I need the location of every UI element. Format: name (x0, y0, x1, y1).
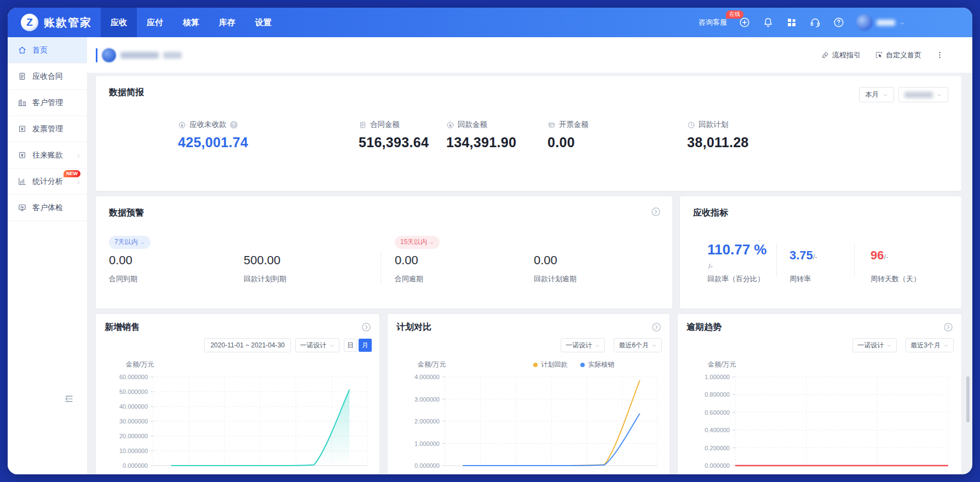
help-tooltip-icon[interactable]: ? (230, 121, 238, 129)
period-dropdown-value: 本月 (865, 90, 879, 100)
nav-tab-应付[interactable]: 应付 (137, 8, 173, 37)
stats-icon (18, 177, 27, 186)
expand-warning-button[interactable] (650, 206, 661, 217)
warning-value-回款计划到期: 500.00 (244, 253, 280, 268)
account-selector[interactable] (96, 48, 182, 62)
customer-service-link[interactable]: 咨询客服 在线 (699, 18, 727, 27)
granularity-月[interactable]: 月 (359, 339, 372, 352)
nav-tab-核算[interactable]: 核算 (173, 8, 209, 37)
legend-item-计划回款[interactable]: 计划回款 (533, 360, 567, 369)
collapse-sidebar-icon[interactable] (64, 394, 74, 404)
customize-home-label: 自定义首页 (886, 50, 921, 60)
sidebar-item-客户管理[interactable]: 客户管理 (8, 90, 87, 116)
account-dropdown-blurred[interactable] (898, 87, 948, 102)
warning-value-合同逾期: 0.00 (395, 253, 418, 268)
svg-text:40.000000: 40.000000 (119, 403, 148, 410)
date-range-picker[interactable]: 2020-11-01 ~ 2021-04-30 (204, 338, 291, 352)
chart-canvas: 4.0000003.0000002.0000001.0000000.000000 (388, 369, 670, 474)
vertical-scrollbar[interactable] (966, 376, 970, 422)
svg-text:0.600000: 0.600000 (705, 409, 730, 416)
app-title: 账款管家 (44, 15, 92, 30)
new-badge: NEW (64, 170, 80, 177)
warning-value-合同到期: 0.00 (109, 253, 132, 268)
company-dropdown[interactable]: 一诺设计 (295, 338, 339, 352)
account-dropdown-value-blurred (904, 92, 933, 98)
more-menu-icon[interactable] (936, 51, 944, 59)
stat-应收未收款: 应收未收款?425,001.74 (178, 120, 248, 150)
expand-chart-button[interactable] (943, 322, 954, 333)
range-dropdown[interactable]: 最近6个月 (614, 338, 662, 352)
range-dropdown-value: 最近6个月 (619, 341, 649, 350)
warning-filter-7天以内[interactable]: 7天以内 (109, 236, 151, 249)
expand-chart-button[interactable] (361, 322, 372, 333)
page-header-actions: 流程指引 自定义首页 (821, 50, 944, 60)
granularity-日[interactable]: 日 (344, 339, 357, 352)
app-logo-icon: Z (21, 14, 38, 31)
nav-tab-设置[interactable]: 设置 (245, 8, 281, 37)
sidebar-item-应收合同[interactable]: 应收合同 (8, 63, 87, 90)
user-menu[interactable] (856, 14, 906, 31)
chart-legend: 计划回款实际核销 (533, 360, 614, 369)
legend-label: 实际核销 (588, 360, 614, 369)
sidebar-item-发票管理[interactable]: 发票管理 (8, 116, 87, 142)
pen-icon (821, 51, 829, 59)
chart-card-新增销售: 新增销售2020-11-01 ~ 2021-04-30一诺设计日月金额/万元60… (96, 314, 379, 474)
warning-filter-15天以内[interactable]: 15天以内 (395, 236, 440, 249)
company-dropdown-value: 一诺设计 (300, 341, 326, 350)
stat-value: 134,391.90 (446, 135, 516, 150)
chevron-down-icon (140, 240, 145, 245)
warning-label: 合同逾期 (395, 274, 423, 284)
yuanCircle-icon (446, 121, 454, 129)
company-dropdown[interactable]: 一诺设计 (852, 338, 897, 352)
nav-tab-应收[interactable]: 应收 (101, 8, 137, 37)
svg-text:50.000000: 50.000000 (119, 388, 148, 395)
health-icon (18, 203, 27, 212)
sidebar-item-首页[interactable]: 首页 (8, 37, 87, 63)
bell-icon[interactable] (762, 16, 774, 28)
customize-home-button[interactable]: 自定义首页 (875, 50, 921, 60)
doc-icon (18, 72, 27, 81)
yuanCircle-icon (178, 121, 186, 129)
range-dropdown-value: 最近3个月 (910, 341, 941, 350)
range-dropdown[interactable]: 最近3个月 (906, 338, 954, 352)
row-2: 数据预警 7天以内0.00合同到期500.00回款计划到期15天以内0.00合同… (96, 196, 961, 309)
period-dropdown[interactable]: 本月 (859, 87, 894, 102)
main-content: 流程指引 自定义首页 数据简报 本月 (87, 37, 972, 474)
expand-chart-button[interactable] (651, 322, 662, 333)
headset-icon[interactable] (809, 16, 821, 28)
chart-controls: 一诺设计最近6个月 (561, 338, 662, 352)
svg-text:3.000000: 3.000000 (414, 396, 440, 403)
app-window: Z 账款管家 应收应付核算库存设置 咨询客服 在线 首页应收合同客户管理发票管理… (8, 8, 972, 474)
help-icon[interactable] (833, 16, 845, 28)
metric-suffix: /- (813, 253, 817, 261)
chevron-right-icon (76, 152, 82, 158)
cursor-box-icon (875, 51, 883, 59)
warning-value-回款计划逾期: 0.00 (534, 253, 557, 268)
main-nav-tabs: 应收应付核算库存设置 (101, 8, 281, 37)
chart-controls: 2020-11-01 ~ 2021-04-30一诺设计日月 (204, 338, 372, 352)
sidebar-item-统计分析[interactable]: 统计分析NEW (8, 169, 87, 195)
pill-label: 7天以内 (114, 237, 138, 247)
y-axis-unit-label: 金额/万元 (708, 360, 736, 369)
chart-card-逾期趋势: 逾期趋势一诺设计最近3个月金额/万元1.0000000.8000000.6000… (678, 314, 961, 474)
nav-tab-库存[interactable]: 库存 (209, 8, 245, 37)
process-guide-label: 流程指引 (832, 50, 861, 60)
contract-icon (359, 121, 367, 129)
process-guide-button[interactable]: 流程指引 (821, 50, 861, 60)
metric-suffix: /- (884, 253, 888, 261)
legend-item-实际核销[interactable]: 实际核销 (580, 360, 614, 369)
sidebar-item-往来账款[interactable]: 往来账款 (8, 142, 87, 169)
metric-label: 回款率（百分比） (707, 274, 764, 284)
granularity-toggle: 日月 (344, 339, 372, 352)
apps-grid-icon[interactable] (786, 16, 798, 28)
warning-label: 回款计划到期 (244, 274, 286, 284)
company-dropdown[interactable]: 一诺设计 (561, 338, 605, 352)
stat-label: 回款计划 (699, 120, 728, 130)
chevron-down-icon (937, 92, 942, 97)
sidebar-item-客户体检[interactable]: 客户体检 (8, 195, 87, 221)
stat-value: 38,011.28 (687, 135, 749, 150)
metric-suffix: /- (708, 262, 713, 270)
company-name-blurred (120, 52, 159, 59)
svg-text:0.800000: 0.800000 (705, 391, 730, 398)
legend-label: 计划回款 (541, 360, 567, 369)
